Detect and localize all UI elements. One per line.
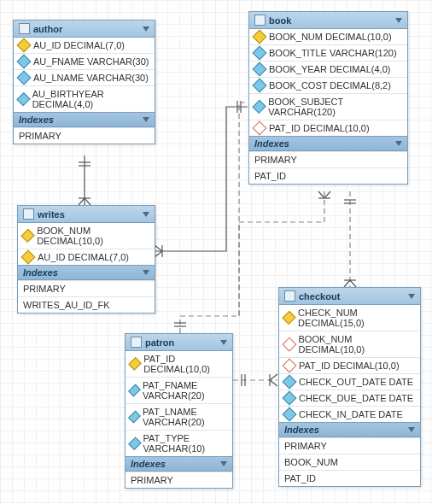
column-text: AU_FNAME VARCHAR(30): [33, 56, 149, 67]
column-row[interactable]: PAT_LNAME VARCHAR(20): [126, 403, 232, 430]
column-row[interactable]: CHECK_OUT_DATE DATE: [279, 373, 420, 390]
index-text: PRIMARY: [19, 131, 61, 141]
column-text: CHECK_NUM DECIMAL(15,0): [298, 308, 415, 328]
column-text: BOOK_COST DECIMAL(8,2): [269, 80, 391, 91]
index-row[interactable]: PAT_ID: [279, 470, 420, 486]
fk-icon: [283, 359, 297, 373]
column-row[interactable]: BOOK_NUM DECIMAL(10,0): [18, 223, 155, 249]
collapse-icon[interactable]: [395, 141, 402, 146]
column-row[interactable]: AU_ID DECIMAL(7,0): [18, 249, 155, 265]
column-text: BOOK_NUM DECIMAL(10,0): [269, 32, 392, 42]
table-header[interactable]: author: [14, 21, 155, 38]
svg-line-19: [270, 374, 277, 380]
svg-line-25: [350, 280, 356, 287]
field-icon: [128, 411, 141, 424]
index-text: PRIMARY: [23, 284, 66, 294]
collapse-icon[interactable]: [143, 270, 149, 275]
column-row[interactable]: CHECK_IN_DATE DATE: [279, 406, 420, 422]
field-icon: [283, 407, 297, 422]
column-row[interactable]: PAT_TYPE VARCHAR(10): [126, 430, 232, 456]
collapse-icon[interactable]: [220, 461, 227, 466]
field-icon: [128, 384, 141, 397]
index-text: PRIMARY: [254, 155, 297, 165]
column-row[interactable]: BOOK_NUM DECIMAL(10,0): [279, 331, 420, 357]
field-icon: [253, 79, 267, 93]
pk-icon: [17, 38, 32, 53]
index-row[interactable]: PRIMARY: [126, 472, 232, 488]
column-row[interactable]: BOOK_YEAR DECIMAL(4,0): [249, 61, 407, 77]
index-text: PAT_ID: [254, 171, 286, 181]
field-icon: [283, 391, 297, 406]
svg-line-20: [270, 380, 277, 386]
field-icon: [16, 92, 30, 106]
table-writes[interactable]: writes BOOK_NUM DECIMAL(10,0) AU_ID DECI…: [17, 205, 155, 314]
index-row[interactable]: WRITES_AU_ID_FK: [18, 296, 155, 313]
column-text: BOOK_SUBJECT VARCHAR(120): [268, 97, 402, 117]
collapse-icon[interactable]: [395, 18, 402, 23]
indexes-header[interactable]: Indexes: [249, 136, 407, 151]
collapse-icon[interactable]: [408, 427, 415, 432]
column-row[interactable]: PAT_ID DECIMAL(10,0): [126, 351, 232, 377]
table-header[interactable]: checkout: [279, 288, 420, 305]
column-row[interactable]: AU_ID DECIMAL(7,0): [14, 38, 155, 53]
table-patron[interactable]: patron PAT_ID DECIMAL(10,0) PAT_FNAME VA…: [125, 333, 233, 489]
column-text: PAT_TYPE VARCHAR(10): [143, 433, 227, 454]
table-checkout[interactable]: checkout CHECK_NUM DECIMAL(15,0) BOOK_NU…: [278, 287, 421, 487]
svg-line-24: [344, 280, 350, 287]
collapse-icon[interactable]: [143, 212, 149, 217]
indexes-label: Indexes: [23, 267, 58, 278]
table-icon: [284, 290, 295, 302]
collapse-icon[interactable]: [143, 26, 149, 32]
index-row[interactable]: PAT_ID: [249, 167, 407, 184]
column-text: AU_ID DECIMAL(7,0): [38, 252, 129, 262]
column-row[interactable]: PAT_ID DECIMAL(10,0): [249, 120, 407, 136]
indexes-header[interactable]: Indexes: [14, 112, 155, 127]
column-text: CHECK_IN_DATE DATE: [299, 409, 403, 419]
pk-icon: [21, 250, 36, 265]
svg-line-5: [85, 198, 90, 205]
column-text: BOOK_NUM DECIMAL(10,0): [37, 226, 149, 246]
index-row[interactable]: PRIMARY: [279, 437, 420, 454]
column-row[interactable]: PAT_FNAME VARCHAR(20): [126, 377, 232, 403]
collapse-icon[interactable]: [143, 117, 149, 122]
field-icon: [128, 437, 141, 449]
svg-line-4: [79, 198, 85, 205]
pk-icon: [128, 357, 142, 371]
index-text: PRIMARY: [131, 475, 173, 485]
columns-section: BOOK_NUM DECIMAL(10,0) AU_ID DECIMAL(7,0…: [18, 223, 155, 265]
column-row[interactable]: AU_LNAME VARCHAR(30): [14, 69, 155, 85]
index-text: PRIMARY: [284, 441, 327, 451]
collapse-icon[interactable]: [408, 294, 415, 299]
column-row[interactable]: CHECK_NUM DECIMAL(15,0): [279, 305, 420, 331]
table-author[interactable]: author AU_ID DECIMAL(7,0) AU_FNAME VARCH…: [13, 20, 155, 144]
table-header[interactable]: writes: [18, 206, 155, 223]
indexes-label: Indexes: [131, 459, 166, 469]
indexes-header[interactable]: Indexes: [18, 265, 155, 280]
index-row[interactable]: BOOK_NUM: [279, 454, 420, 470]
column-row[interactable]: BOOK_COST DECIMAL(8,2): [249, 77, 407, 93]
er-diagram-canvas: { "tables": { "author": { "title": "auth…: [0, 0, 432, 504]
column-row[interactable]: PAT_ID DECIMAL(10,0): [279, 357, 420, 373]
column-row[interactable]: BOOK_SUBJECT VARCHAR(120): [249, 93, 407, 120]
table-book[interactable]: book BOOK_NUM DECIMAL(10,0) BOOK_TITLE V…: [248, 11, 408, 185]
indexes-header[interactable]: Indexes: [279, 422, 420, 437]
table-header[interactable]: patron: [126, 334, 232, 351]
indexes-header[interactable]: Indexes: [126, 456, 232, 472]
column-row[interactable]: AU_FNAME VARCHAR(30): [14, 53, 155, 69]
table-title: author: [33, 24, 62, 34]
column-row[interactable]: BOOK_NUM DECIMAL(10,0): [249, 29, 407, 44]
index-row[interactable]: PRIMARY: [18, 280, 155, 296]
field-icon: [252, 100, 266, 114]
table-title: writes: [38, 209, 65, 220]
table-header[interactable]: book: [249, 12, 407, 29]
column-row[interactable]: CHECK_DUE_DATE DATE: [279, 390, 420, 406]
collapse-icon[interactable]: [220, 340, 227, 345]
columns-section: AU_ID DECIMAL(7,0) AU_FNAME VARCHAR(30) …: [14, 38, 155, 112]
index-row[interactable]: PRIMARY: [249, 151, 407, 167]
table-title: patron: [145, 337, 174, 348]
column-row[interactable]: AU_BIRTHYEAR DECIMAL(4,0): [14, 85, 155, 112]
field-icon: [253, 46, 267, 61]
column-row[interactable]: BOOK_TITLE VARCHAR(120): [249, 44, 407, 61]
index-row[interactable]: PRIMARY: [14, 127, 155, 144]
column-text: PAT_LNAME VARCHAR(20): [143, 407, 227, 427]
